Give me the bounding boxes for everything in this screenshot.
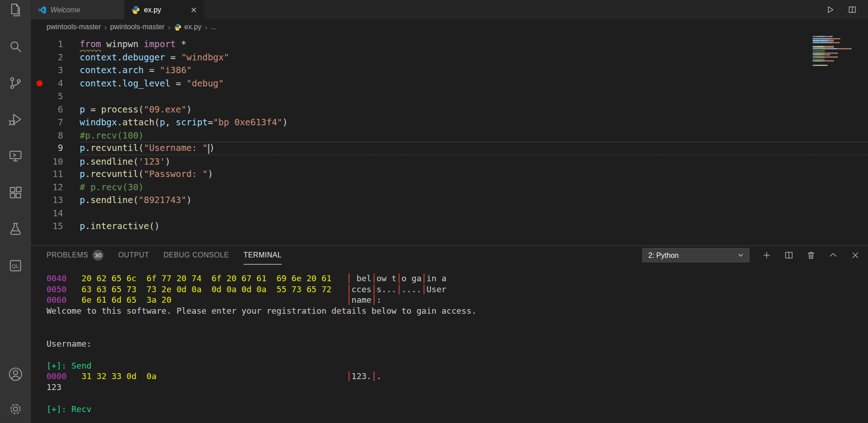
split-terminal-button[interactable] bbox=[784, 250, 794, 260]
main-area: Welcome ex.py pwintools-ma bbox=[31, 0, 868, 423]
code-line-15[interactable]: p.interactive() bbox=[80, 220, 868, 233]
code-line-2[interactable]: context.debugger = "windbgx" bbox=[80, 51, 868, 64]
gutter-line[interactable]: 13 bbox=[31, 194, 80, 207]
line-number: 13 bbox=[53, 195, 63, 205]
terminal-line bbox=[47, 350, 868, 361]
python-icon bbox=[131, 5, 140, 14]
breadcrumb-item-2[interactable]: ex.py bbox=[174, 23, 202, 31]
minimap[interactable] bbox=[813, 36, 866, 67]
line-number: 2 bbox=[58, 52, 63, 62]
code-token: interactive bbox=[91, 221, 149, 231]
code-line-7[interactable]: windbgx.attach(p, script="bp 0xe613f4") bbox=[80, 116, 868, 129]
gutter-line[interactable]: 7 bbox=[31, 116, 80, 129]
code-token: ( bbox=[133, 195, 139, 205]
gutter-line[interactable]: 2 bbox=[31, 51, 80, 64]
line-number: 10 bbox=[53, 156, 63, 166]
gutter-line[interactable]: 5 bbox=[31, 90, 80, 102]
panel-tab-debug-console[interactable]: DEBUG CONSOLE bbox=[163, 246, 229, 264]
terminal-segment: 0040 bbox=[47, 273, 67, 284]
tab-expy[interactable]: ex.py bbox=[124, 0, 205, 19]
code-token: . bbox=[117, 78, 123, 88]
panel-tab-label: DEBUG CONSOLE bbox=[163, 251, 229, 259]
code-token: script bbox=[176, 117, 208, 127]
testing-beaker-icon[interactable] bbox=[0, 211, 31, 247]
panel-tab-problems[interactable]: PROBLEMS30 bbox=[47, 246, 104, 264]
terminal-shell-select[interactable]: 2: Python bbox=[642, 248, 750, 262]
codeql-extension-icon[interactable]: QL bbox=[0, 247, 31, 284]
code-token: p bbox=[80, 195, 85, 205]
code-token: windbgx bbox=[80, 117, 117, 127]
code-line-13[interactable]: p.sendline("8921743") bbox=[80, 194, 868, 207]
code-line-6[interactable]: p = process("09.exe") bbox=[80, 103, 868, 116]
settings-gear-icon[interactable] bbox=[0, 391, 31, 423]
gutter-line[interactable]: 6 bbox=[31, 103, 80, 116]
code-line-12[interactable]: # p.recv(30) bbox=[80, 181, 868, 193]
close-panel-button[interactable] bbox=[850, 250, 860, 260]
new-terminal-button[interactable] bbox=[762, 250, 772, 260]
editor-gutter[interactable]: 123456789101112131415 bbox=[31, 34, 80, 245]
terminal-segment: : bbox=[376, 295, 386, 305]
gutter-line[interactable]: 1 bbox=[31, 37, 80, 50]
gutter-line[interactable]: 14 bbox=[31, 207, 80, 220]
code-line-9[interactable]: p.recvuntil("Username: ") bbox=[80, 142, 868, 155]
remote-explorer-icon[interactable] bbox=[0, 138, 31, 174]
code-token: context bbox=[80, 65, 117, 75]
code-token: p bbox=[80, 156, 85, 166]
close-tab-icon[interactable] bbox=[190, 6, 198, 14]
terminal-segment: │ bbox=[371, 371, 376, 381]
panel-tab-output[interactable]: OUTPUT bbox=[118, 246, 149, 264]
code-token: "09.exe" bbox=[144, 104, 186, 114]
code-line-14[interactable] bbox=[80, 207, 868, 220]
code-token: recvuntil bbox=[91, 143, 139, 153]
terminal-line: 0000 31 32 33 0d 0a │123.│. bbox=[47, 371, 868, 382]
breadcrumb-item-0[interactable]: pwintools-master bbox=[47, 23, 101, 31]
terminal-line: 123 bbox=[47, 382, 868, 393]
gutter-line[interactable]: 3 bbox=[31, 64, 80, 76]
search-icon[interactable] bbox=[0, 28, 31, 65]
code-line-1[interactable]: from winpwn import * bbox=[80, 37, 868, 50]
code-token: = bbox=[171, 78, 187, 88]
gutter-line[interactable]: 8 bbox=[31, 129, 80, 141]
gutter-line[interactable]: 4 bbox=[31, 77, 80, 90]
accounts-icon[interactable] bbox=[0, 357, 31, 391]
code-line-5[interactable] bbox=[80, 90, 868, 102]
terminal-line bbox=[47, 393, 868, 404]
terminal-line: 0060 6e 61 6d 65 3a 20 │name│: bbox=[47, 295, 868, 306]
gutter-line[interactable]: 11 bbox=[31, 168, 80, 181]
code-line-11[interactable]: p.recvuntil("Password: ") bbox=[80, 168, 868, 181]
gutter-line[interactable]: 9 bbox=[31, 142, 80, 155]
terminal-segment: . bbox=[376, 371, 381, 381]
gutter-line[interactable]: 12 bbox=[31, 181, 80, 193]
code-line-3[interactable]: context.arch = "i386" bbox=[80, 64, 868, 76]
gutter-line[interactable]: 10 bbox=[31, 155, 80, 167]
terminal-segment: 6e 61 6d 65 3a 20 bbox=[66, 295, 346, 305]
code-token: ) bbox=[208, 169, 213, 179]
explorer-icon[interactable] bbox=[0, 0, 31, 28]
maximize-panel-button[interactable] bbox=[828, 250, 838, 260]
kill-terminal-button[interactable] bbox=[806, 250, 816, 260]
code-line-10[interactable]: p.sendline('123') bbox=[80, 155, 868, 167]
terminal-segment: 123. bbox=[352, 371, 372, 381]
terminal-output[interactable]: 0040 20 62 65 6c 6f 77 20 74 6f 20 67 61… bbox=[31, 265, 868, 423]
run-button[interactable] bbox=[826, 5, 836, 15]
panel-tab-terminal[interactable]: TERMINAL bbox=[244, 246, 282, 264]
gutter-line[interactable]: 15 bbox=[31, 220, 80, 233]
terminal-segment: │ bbox=[396, 273, 402, 284]
code-line-4[interactable]: context.log_level = "debug" bbox=[80, 77, 868, 90]
terminal-segment: │ bbox=[347, 295, 352, 305]
source-control-icon[interactable] bbox=[0, 65, 31, 102]
tab-label: Welcome bbox=[50, 5, 80, 14]
terminal-segment: 20 62 65 6c 6f 77 20 74 6f 20 67 61 69 6… bbox=[66, 273, 346, 284]
breadcrumb-item-3[interactable]: ... bbox=[211, 23, 217, 31]
code-token: p bbox=[80, 143, 85, 153]
terminal-segment: 123 bbox=[47, 382, 62, 392]
breadcrumb-separator: › bbox=[205, 22, 208, 31]
tab-welcome[interactable]: Welcome bbox=[31, 0, 125, 19]
code-line-8[interactable]: #p.recv(100) bbox=[80, 129, 868, 141]
breadcrumb-item-1[interactable]: pwintools-master bbox=[110, 23, 165, 31]
run-and-debug-icon[interactable] bbox=[0, 102, 31, 138]
code-token: debugger bbox=[123, 52, 165, 62]
extensions-icon[interactable] bbox=[0, 174, 31, 211]
editor-code[interactable]: from winpwn import *context.debugger = "… bbox=[80, 34, 868, 245]
split-editor-button[interactable] bbox=[847, 5, 857, 15]
